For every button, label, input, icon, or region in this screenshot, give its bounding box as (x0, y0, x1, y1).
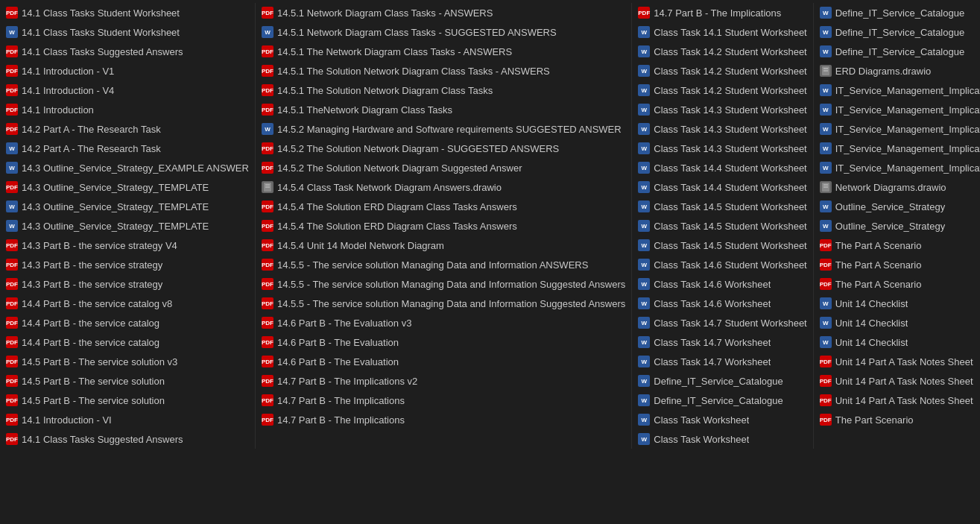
file-label: 14.1 Introduction - V4 (22, 85, 114, 96)
list-item[interactable]: W14.3 Outline_Service_Strategy_TEMPLATE (0, 197, 255, 216)
list-item[interactable]: PDF14.5.5 - The service solution Managin… (256, 255, 631, 274)
file-label: IT_Service_Management_Implications (835, 162, 980, 174)
list-item[interactable]: PDF14.5.1 The Solution Network Diagram C… (256, 81, 631, 100)
list-item[interactable]: PDF14.3 Part B - the service strategy (0, 274, 255, 294)
list-item[interactable]: W14.5.1 Network Diagram Class Tasks - SU… (256, 22, 631, 42)
list-item[interactable]: WClass Task 14.6 Worksheet (632, 294, 812, 313)
list-item[interactable]: WClass Task Worksheet (632, 410, 812, 429)
list-item[interactable]: PDFUnit 14 Part A Task Notes Sheet (814, 391, 980, 410)
list-item[interactable]: WClass Task 14.5 Student Worksheet (632, 236, 812, 255)
word-icon: W (638, 220, 650, 232)
list-item[interactable]: PDFUnit 14 Part A Task Notes Sheet (814, 371, 980, 391)
list-item[interactable]: PDF14.3 Part B - the service strategy (0, 255, 255, 274)
list-item[interactable]: PDF14.4 Part B - the service catalog (0, 313, 255, 332)
list-item[interactable]: PDFThe Part A Scenario (814, 255, 980, 274)
list-item[interactable]: W14.1 Class Tasks Student Worksheet (0, 22, 255, 42)
list-item[interactable]: WOutline_Service_Strategy (814, 216, 980, 236)
list-item[interactable]: PDF14.5 Part B - The service solution v3 (0, 352, 255, 371)
list-item[interactable]: WDefine_IT_Service_Catalogue (632, 391, 812, 410)
list-item[interactable]: WIT_Service_Management_Implications (814, 158, 980, 177)
file-label: 14.6 Part B - The Evaluation (277, 337, 399, 348)
list-item[interactable]: ERD Diagrams.drawio (814, 61, 980, 81)
list-item[interactable]: WOutline_Service_Strategy (814, 197, 980, 216)
list-item[interactable]: WIT_Service_Management_Implications (814, 100, 980, 119)
list-item[interactable]: WClass Task 14.3 Student Worksheet (632, 119, 812, 139)
word-icon: W (820, 7, 832, 19)
list-item[interactable]: PDF14.7 Part B - The Implications (256, 410, 631, 429)
list-item[interactable]: WClass Task 14.2 Student Worksheet (632, 61, 812, 81)
list-item[interactable]: WUnit 14 Checklist (814, 332, 980, 352)
list-item[interactable]: PDF14.5.4 Unit 14 Model Network Diagram (256, 236, 631, 255)
list-item[interactable]: WClass Task 14.3 Student Worksheet (632, 139, 812, 158)
list-item[interactable]: PDF14.6 Part B - The Evaluation (256, 352, 631, 371)
list-item[interactable]: PDF14.5.1 Network Diagram Class Tasks - … (256, 3, 631, 22)
list-item[interactable]: WDefine_IT_Service_Catalogue (814, 42, 980, 61)
list-item[interactable]: PDF14.6 Part B - The Evaluation (256, 332, 631, 352)
list-item[interactable]: PDF14.5 Part B - The service solution (0, 391, 255, 410)
list-item[interactable]: PDF14.1 Class Tasks Suggested Answers (0, 42, 255, 61)
list-item[interactable]: PDF14.1 Class Tasks Suggested Answers (0, 429, 255, 449)
list-item[interactable]: PDF14.1 Class Tasks Student Worksheet (0, 3, 255, 22)
list-item[interactable]: PDF14.5.5 - The service solution Managin… (256, 294, 631, 313)
pdf-icon: PDF (6, 123, 18, 135)
list-item[interactable]: WDefine_IT_Service_Catalogue (814, 3, 980, 22)
list-item[interactable]: PDFThe Part A Scenario (814, 236, 980, 255)
list-item[interactable]: PDF14.5 Part B - The service solution (0, 371, 255, 391)
list-item[interactable]: WClass Task 14.2 Student Worksheet (632, 81, 812, 100)
list-item[interactable]: WUnit 14 Checklist (814, 294, 980, 313)
list-item[interactable]: PDF14.3 Part B - the service strategy V4 (0, 236, 255, 255)
list-item[interactable]: PDF14.5.5 - The service solution Managin… (256, 274, 631, 294)
list-item[interactable]: PDF14.5.4 The Solution ERD Diagram Class… (256, 216, 631, 236)
list-item[interactable]: PDF14.5.1 The Network Diagram Class Task… (256, 42, 631, 61)
list-item[interactable]: WClass Task 14.5 Student Worksheet (632, 197, 812, 216)
list-item[interactable]: PDF14.4 Part B - the service catalog v8 (0, 294, 255, 313)
list-item[interactable]: WDefine_IT_Service_Catalogue (814, 22, 980, 42)
list-item[interactable]: WIT_Service_Management_Implications (814, 81, 980, 100)
list-item[interactable]: PDF14.5.1 The Solution Network Diagram C… (256, 61, 631, 81)
list-item[interactable]: PDF14.1 Introduction - VI (0, 410, 255, 429)
list-item[interactable]: WClass Task Worksheet (632, 429, 812, 449)
list-item[interactable]: W14.3 Outline_Service_Strategy_EXAMPLE A… (0, 158, 255, 177)
word-icon: W (820, 45, 832, 57)
list-item[interactable]: PDF14.2 Part A - The Research Task (0, 119, 255, 139)
list-item[interactable]: WUnit 14 Checklist (814, 313, 980, 332)
list-item[interactable]: PDF14.4 Part B - the service catalog (0, 332, 255, 352)
list-item[interactable]: WClass Task 14.6 Worksheet (632, 274, 812, 294)
list-item[interactable]: PDF14.7 Part B - The Implications (256, 391, 631, 410)
list-item[interactable]: WClass Task 14.1 Student Worksheet (632, 22, 812, 42)
list-item[interactable]: WDefine_IT_Service_Catalogue (632, 371, 812, 391)
list-item[interactable]: PDF14.5.1 TheNetwork Diagram Class Tasks (256, 100, 631, 119)
list-item[interactable]: W14.5.2 Managing Hardware and Software r… (256, 119, 631, 139)
list-item[interactable]: WClass Task 14.7 Worksheet (632, 352, 812, 371)
list-item[interactable]: WClass Task 14.6 Student Worksheet (632, 255, 812, 274)
list-item[interactable]: PDF14.7 Part B - The Implications (632, 3, 812, 22)
list-item[interactable]: WIT_Service_Management_Implications (814, 139, 980, 158)
list-item[interactable]: W14.2 Part A - The Research Task (0, 139, 255, 158)
list-item[interactable]: PDF14.5.4 The Solution ERD Diagram Class… (256, 197, 631, 216)
list-item[interactable]: PDF14.1 Introduction - V4 (0, 81, 255, 100)
list-item[interactable]: WClass Task 14.4 Student Worksheet (632, 177, 812, 197)
list-item[interactable]: WClass Task 14.2 Student Worksheet (632, 42, 812, 61)
word-icon: W (638, 45, 650, 57)
list-item[interactable]: PDF14.5.2 The Solution Network Diagram S… (256, 158, 631, 177)
word-icon: W (820, 84, 832, 96)
list-item[interactable]: WClass Task 14.4 Student Worksheet (632, 158, 812, 177)
list-item[interactable]: WClass Task 14.7 Student Worksheet (632, 313, 812, 332)
list-item[interactable]: WClass Task 14.7 Worksheet (632, 332, 812, 352)
list-item[interactable]: PDFUnit 14 Part A Task Notes Sheet (814, 352, 980, 371)
list-item[interactable]: W14.3 Outline_Service_Strategy_TEMPLATE (0, 216, 255, 236)
list-item[interactable]: PDF14.1 Introduction - V1 (0, 61, 255, 81)
list-item[interactable]: PDF14.5.2 The Solution Network Diagram -… (256, 139, 631, 158)
list-item[interactable]: PDF14.6 Part B - The Evaluation v3 (256, 313, 631, 332)
list-item[interactable]: PDF14.3 Outline_Service_Strategy_TEMPLAT… (0, 177, 255, 197)
list-item[interactable]: WClass Task 14.5 Student Worksheet (632, 216, 812, 236)
list-item[interactable]: PDF14.7 Part B - The Implications v2 (256, 371, 631, 391)
list-item[interactable]: WClass Task 14.3 Student Worksheet (632, 100, 812, 119)
list-item[interactable]: PDFThe Part A Scenario (814, 274, 980, 294)
list-item[interactable]: PDFThe Part Scenario (814, 410, 980, 429)
file-label: Class Task 14.2 Student Worksheet (654, 66, 806, 77)
list-item[interactable]: 14.5.4 Class Task Network Diagram Answer… (256, 177, 631, 197)
list-item[interactable]: WIT_Service_Management_Implications (814, 119, 980, 139)
list-item[interactable]: PDF14.1 Introduction (0, 100, 255, 119)
list-item[interactable]: Network Diagrams.drawio (814, 177, 980, 197)
